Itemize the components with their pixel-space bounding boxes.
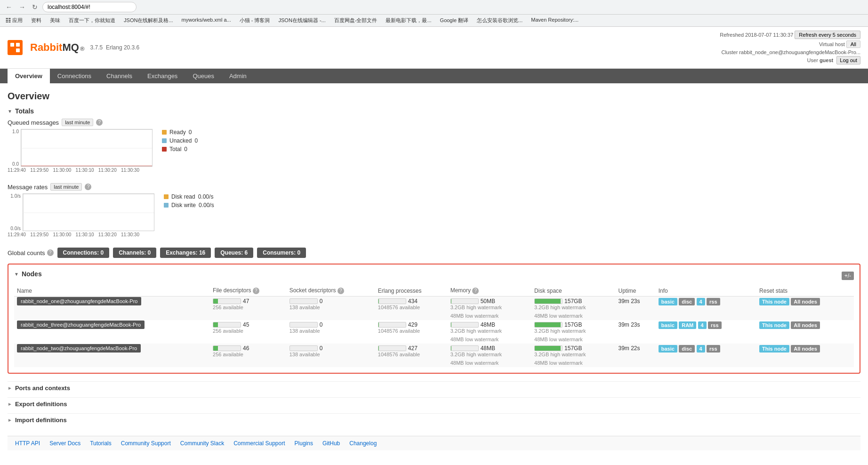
global-counts-row: Global counts ? Connections: 0 Channels:…	[8, 248, 860, 258]
import-header[interactable]: ► Import definitions	[8, 413, 860, 426]
bookmark-google[interactable]: Google 翻译	[438, 16, 471, 25]
disk-low: 48MB low watermark	[531, 335, 615, 344]
info-rss-btn[interactable]: rss	[708, 321, 722, 329]
bookmark-baidupan[interactable]: 百度网盘-全部文件	[332, 16, 379, 25]
ports-header[interactable]: ► Ports and contexts	[8, 381, 860, 394]
this-node-btn[interactable]: This node	[759, 345, 789, 353]
export-header[interactable]: ► Export definitions	[8, 397, 860, 410]
logo-area: RabbitMQ® 3.7.5 Erlang 20.3.6	[8, 40, 139, 55]
disk-write-value: 0.00/s	[199, 202, 214, 208]
reload-button[interactable]: ↻	[30, 2, 40, 12]
file-desc-cell: 45 256 available	[210, 320, 287, 335]
queues-badge[interactable]: Queues: 6	[215, 248, 253, 258]
disk-val: 157GB	[564, 321, 582, 328]
tab-channels[interactable]: Channels	[99, 69, 140, 83]
disk-cell: 157GB 3.2GB high watermark	[531, 297, 615, 312]
tab-overview[interactable]: Overview	[8, 69, 50, 83]
bookmark-mm[interactable]: 美味	[48, 16, 62, 25]
bookmark-blog[interactable]: 小猫 - 博客洞	[238, 16, 272, 25]
refresh-button[interactable]: Refresh every 5 seconds	[795, 31, 860, 39]
bookmark-json2[interactable]: JSON在线编辑器 -...	[277, 16, 328, 25]
footer-tutorials[interactable]: Tutorials	[90, 440, 112, 447]
footer-community-slack[interactable]: Community Slack	[180, 440, 224, 447]
table-row: rabbit_node_one@zhouguangfengdeMacBook-P…	[14, 297, 854, 312]
info-disc-btn[interactable]: RAM	[679, 321, 696, 329]
disk-low: 48MB low watermark	[531, 312, 615, 320]
bookmark-maven[interactable]: Maven Repository:...	[529, 16, 580, 25]
time-badge-rates[interactable]: last minute	[50, 183, 82, 191]
nav-tabs: Overview Connections Channels Exchanges …	[0, 69, 868, 83]
plus-minus-button[interactable]: +/-	[842, 272, 854, 280]
footer-community-support[interactable]: Community Support	[121, 440, 171, 447]
socket-desc-cell: 0 138 available	[287, 344, 375, 359]
disk-val: 157GB	[564, 345, 582, 352]
bookmark-myworks[interactable]: myworks/web.xml a...	[180, 16, 233, 25]
erlang-bar	[378, 322, 406, 328]
info-num-btn[interactable]: 4	[697, 298, 705, 305]
connections-badge[interactable]: Connections: 0	[57, 248, 110, 258]
queued-messages-label: Queued messages last minute ?	[8, 119, 860, 126]
bookmark-apps[interactable]: ☷ 应用	[4, 16, 24, 25]
tab-queues[interactable]: Queues	[185, 69, 222, 83]
time-badge-queued[interactable]: last minute	[62, 119, 93, 126]
footer-plugins[interactable]: Plugins	[295, 440, 313, 447]
info-basic-btn[interactable]: basic	[659, 298, 677, 305]
forward-button[interactable]: →	[17, 2, 27, 12]
footer-http-api[interactable]: HTTP API	[15, 440, 40, 447]
info-basic-btn[interactable]: basic	[659, 321, 677, 329]
this-node-btn[interactable]: This node	[759, 321, 789, 329]
totals-header[interactable]: ▼ Totals	[8, 107, 860, 115]
virtual-host-btn[interactable]: All	[846, 40, 860, 48]
message-rates-label: Message rates last minute ?	[8, 183, 860, 191]
svg-rect-2	[16, 43, 20, 47]
info-rss-btn[interactable]: rss	[707, 345, 720, 353]
info-disc-btn[interactable]: disc	[679, 345, 695, 353]
tab-admin[interactable]: Admin	[222, 69, 254, 83]
svg-rect-1	[10, 43, 14, 47]
tab-exchanges[interactable]: Exchanges	[140, 69, 185, 83]
nodes-section-header[interactable]: ▼ Nodes	[14, 270, 42, 278]
footer-changelog[interactable]: Changelog	[349, 440, 377, 447]
all-nodes-btn[interactable]: All nodes	[791, 321, 820, 329]
rates-help-icon[interactable]: ?	[85, 184, 91, 190]
col-memory: Memory ?	[448, 285, 531, 297]
bookmark-chrome[interactable]: 怎么安装谷歌浏览...	[475, 16, 524, 25]
ports-title: Ports and contexts	[15, 385, 70, 392]
info-num-btn[interactable]: 4	[698, 321, 707, 329]
table-row-sub: 48MB low watermark 48MB low watermark	[14, 312, 854, 320]
file-desc-cell: 46 256 available	[210, 344, 287, 359]
info-disc-btn[interactable]: disc	[679, 298, 695, 305]
info-num-btn[interactable]: 4	[697, 345, 705, 353]
back-button[interactable]: ←	[4, 2, 14, 12]
footer-commercial-support[interactable]: Commercial Support	[233, 440, 285, 447]
footer-server-docs[interactable]: Server Docs	[49, 440, 80, 447]
info-rss-btn[interactable]: rss	[707, 298, 720, 305]
channels-badge[interactable]: Channels: 0	[113, 248, 156, 258]
rates-x-labels: 11:29:40 11:29:50 11:30:00 11:30:10 11:3…	[8, 231, 139, 238]
exchanges-badge[interactable]: Exchanges: 16	[160, 248, 211, 258]
this-node-btn[interactable]: This node	[759, 298, 789, 305]
queued-chart-wrapper: 1.0 0.0 11:29:40 11:29:50 11:30:00 11:30…	[8, 129, 153, 174]
bookmark-zl[interactable]: 资料	[29, 16, 43, 25]
y-max-queued: 1.0	[8, 129, 19, 134]
queued-help-icon[interactable]: ?	[96, 119, 103, 126]
bookmark-baidu[interactable]: 百度一下，你就知道	[67, 16, 117, 25]
socket-desc-bar	[289, 345, 318, 351]
footer-github[interactable]: GitHub	[322, 440, 340, 447]
bookmark-movies[interactable]: 最新电影下载，最...	[384, 16, 433, 25]
total-label: Total	[169, 146, 181, 152]
all-nodes-btn[interactable]: All nodes	[791, 345, 820, 353]
erlang-bar	[378, 345, 406, 351]
address-bar[interactable]	[42, 2, 137, 12]
queued-legend: Ready 0 Unacked 0 Total 0	[162, 129, 198, 152]
bookmark-json1[interactable]: JSON在线解析及格...	[122, 16, 175, 25]
info-basic-btn[interactable]: basic	[659, 345, 677, 353]
all-nodes-btn[interactable]: All nodes	[791, 298, 820, 305]
rates-chart-area: 1.0/s 0.0/s 11:29:40 11:29:50 11:30:00 1…	[8, 193, 860, 238]
consumers-badge[interactable]: Consumers: 0	[257, 248, 306, 258]
socket-desc-val: 0	[320, 345, 323, 352]
global-counts-help[interactable]: ?	[47, 249, 54, 256]
socket-desc-available: 138 available	[289, 305, 372, 310]
logout-button[interactable]: Log out	[836, 56, 860, 64]
tab-connections[interactable]: Connections	[50, 69, 99, 83]
